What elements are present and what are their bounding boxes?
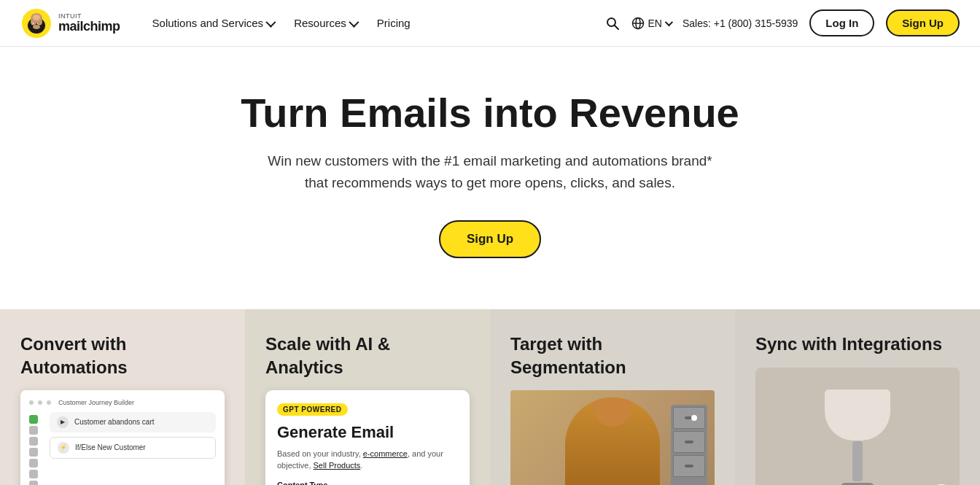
signup-button-nav[interactable]: Sign Up	[886, 9, 960, 36]
sidebar-icon	[29, 415, 38, 424]
hero-title: Turn Emails into Revenue	[241, 90, 739, 136]
lamp-base	[841, 483, 874, 485]
feature-title-segmentation: Target with Segmentation	[510, 333, 715, 378]
gpt-badge: GPT POWERED	[277, 403, 348, 416]
language-selector[interactable]: EN	[631, 17, 670, 30]
nav-solutions[interactable]: Solutions and Services	[144, 11, 283, 35]
lamp-body	[852, 441, 863, 481]
sidebar-icon	[29, 426, 38, 435]
nav-links: Solutions and Services Resources Pricing	[144, 11, 606, 35]
logo-mailchimp-text: mailchimp	[58, 20, 120, 33]
hero-subtitle: Win new customers with the #1 email mark…	[264, 150, 716, 195]
sidebar-icon	[29, 437, 38, 446]
generate-email-title: Generate Email	[277, 423, 458, 442]
feature-title-integrations: Sync with Integrations	[755, 333, 960, 355]
nav-resources[interactable]: Resources	[285, 11, 365, 35]
sidebar-icon	[29, 470, 38, 478]
sidebar-icon	[29, 459, 38, 467]
generate-email-desc: Based on your industry, e-commerce, and …	[277, 448, 458, 472]
integrations-product-area: 🛍	[755, 368, 960, 485]
hero-section: Turn Emails into Revenue Win new custome…	[0, 47, 980, 309]
logo-link[interactable]: INTUIT mailchimp	[20, 7, 120, 39]
chevron-down-icon	[265, 17, 276, 27]
sell-products-link[interactable]: Sell Products	[314, 461, 361, 470]
sales-info: Sales: +1 (800) 315-5939	[682, 18, 798, 29]
journey-item-cart: ▶ Customer abandons cart	[50, 412, 216, 432]
feature-title-ai: Scale with AI & Analytics	[265, 333, 470, 378]
generate-email-card: GPT POWERED Generate Email Based on your…	[265, 390, 470, 485]
journey-builder-label: Customer Journey Builder	[58, 399, 134, 406]
feature-strip: Convert with Automations Customer Journe…	[0, 309, 980, 485]
login-button[interactable]: Log In	[809, 9, 874, 36]
nav-pricing[interactable]: Pricing	[368, 11, 419, 35]
feature-card-segmentation: Target with Segmentation	[490, 309, 735, 485]
sidebar-icon	[29, 481, 38, 485]
journey-item-ifelse: ⚡ If/Else New Customer	[50, 437, 216, 459]
svg-point-8	[33, 25, 40, 29]
laptop-mockup: Customer Journey Builder ▶ Customer aban…	[20, 390, 225, 485]
person-body	[565, 397, 660, 485]
feature-title-automations: Convert with Automations	[20, 333, 225, 378]
sidebar-icon	[29, 448, 38, 457]
lamp-shade	[825, 389, 890, 441]
nav-right: EN Sales: +1 (800) 315-5939 Log In Sign …	[605, 9, 960, 36]
chevron-down-icon	[665, 18, 673, 26]
ecommerce-link[interactable]: e-commerce	[363, 449, 408, 458]
segmentation-photo	[510, 390, 715, 485]
sales-phone-link[interactable]: +1 (800) 315-5939	[714, 18, 798, 29]
branch-icon: ⚡	[58, 442, 69, 454]
search-icon[interactable]	[605, 16, 620, 31]
lamp	[825, 389, 890, 485]
feature-card-integrations: Sync with Integrations 🛍	[735, 309, 980, 485]
play-icon: ▶	[57, 416, 69, 428]
globe-icon	[631, 17, 645, 30]
svg-line-12	[615, 26, 618, 29]
content-type-label: Content Type	[277, 481, 458, 485]
feature-card-automations: Convert with Automations Customer Journe…	[0, 309, 245, 485]
navbar: INTUIT mailchimp Solutions and Services …	[0, 0, 980, 47]
svg-point-10	[33, 15, 40, 20]
sidebar	[29, 412, 44, 485]
chevron-down-icon	[349, 17, 359, 27]
hero-cta-button[interactable]: Sign Up	[439, 220, 541, 258]
feature-card-ai: Scale with AI & Analytics GPT POWERED Ge…	[245, 309, 490, 485]
